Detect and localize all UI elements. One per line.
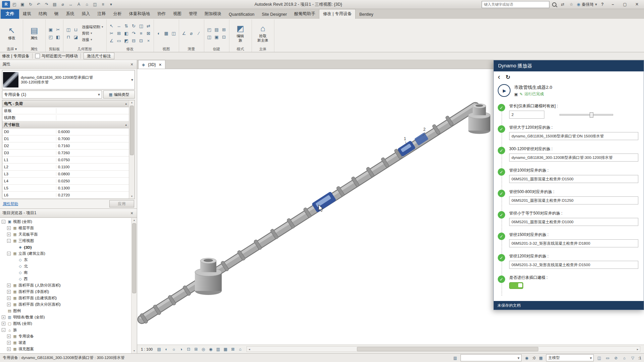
tree-item[interactable]: 图例 — [0, 308, 131, 314]
properties-scrollbar[interactable]: ▴ ▾ — [129, 100, 135, 199]
crop-view-icon[interactable]: ⊡ — [185, 346, 192, 353]
ribbon-tool-icon[interactable]: ✂ — [55, 26, 61, 33]
geometry-tool-button[interactable]: 连接端切割 — [80, 24, 105, 30]
ribbon-tool-icon[interactable]: ∠ — [108, 37, 115, 44]
ribbon-tool-icon[interactable]: ◧ — [123, 30, 130, 37]
dynamo-input-slider[interactable] — [559, 112, 613, 117]
dynamo-input-value[interactable] — [509, 239, 638, 247]
show-crop-icon[interactable]: ⊞ — [193, 346, 199, 353]
property-value[interactable]: 0.0750 — [56, 158, 129, 162]
close-icon[interactable] — [129, 62, 135, 67]
dynamo-input-value[interactable] — [509, 111, 544, 119]
tree-item[interactable]: {3D} — [0, 244, 131, 250]
design-options-icon[interactable] — [538, 356, 544, 360]
ribbon-tab[interactable]: 管理 — [185, 9, 201, 19]
edit-family-button[interactable]: ◩ 编辑 族 — [231, 23, 250, 43]
ribbon-tool-icon[interactable]: ▭ — [116, 37, 122, 44]
tree-item[interactable]: 专用设备 — [0, 333, 131, 340]
property-row[interactable]: D2 0.7160 — [2, 142, 129, 149]
property-value[interactable]: 0.2720 — [56, 193, 129, 197]
redo-icon[interactable]: ↷ — [43, 1, 50, 8]
view-scale-button[interactable]: 1 : 100 — [139, 347, 155, 351]
ribbon-tool-icon[interactable]: ↖ — [108, 22, 115, 29]
status-toggle-pins-icon[interactable] — [613, 356, 619, 360]
ribbon-tab[interactable]: 附加模块 — [201, 9, 225, 19]
view-tab[interactable]: {3D} — [138, 60, 165, 69]
save-icon[interactable]: ▣ — [19, 1, 26, 8]
ribbon-tab[interactable]: 协作 — [154, 9, 169, 19]
tree-expander-icon[interactable] — [2, 220, 5, 224]
geometry-tool-button[interactable]: 剪切 — [80, 31, 105, 36]
help-icon[interactable] — [599, 2, 606, 7]
property-value[interactable]: 0.1100 — [56, 165, 129, 169]
dynamo-input-value[interactable] — [509, 175, 638, 183]
shadows-icon[interactable]: ◑ — [178, 346, 184, 353]
properties-help-link[interactable]: 属性帮助 — [3, 201, 18, 206]
ribbon-tab[interactable]: Bentley — [356, 10, 377, 19]
properties-toggle-button[interactable]: ▤ 属性 — [25, 25, 44, 41]
ribbon-tool-icon[interactable]: ⇄ — [145, 22, 152, 29]
ribbon-tool-icon[interactable]: ⌀ — [188, 30, 195, 37]
group-label[interactable]: 选择 ▾ — [2, 46, 21, 52]
property-value[interactable]: 0.7000 — [56, 137, 129, 141]
scroll-up-icon[interactable]: ▴ — [131, 218, 137, 223]
tree-item[interactable]: 面积平面 (总建筑面积) — [0, 295, 131, 301]
worksets-select[interactable] — [461, 354, 522, 361]
property-value[interactable]: 0.6000 — [56, 130, 129, 134]
status-toggle-links-icon[interactable] — [596, 356, 602, 360]
tree-item[interactable]: 面积平面 (人防分区面积) — [0, 282, 131, 289]
tree-expander-icon[interactable] — [7, 226, 11, 230]
qat-customize-icon[interactable]: ▾ — [107, 1, 115, 8]
ribbon-tool-icon[interactable]: ⊡ — [138, 37, 145, 44]
print-icon[interactable]: ▤ — [51, 1, 58, 8]
section-icon[interactable]: ◫ — [91, 1, 99, 8]
ribbon-tab[interactable]: 文件 — [1, 9, 19, 19]
ribbon-tool-icon[interactable]: ◫ — [206, 34, 213, 40]
tree-expander-icon[interactable] — [7, 233, 11, 236]
tree-item[interactable]: 楼层平面 — [0, 225, 131, 231]
back-icon[interactable] — [498, 74, 500, 80]
exchange-icon[interactable] — [559, 2, 566, 7]
ribbon-tool-icon[interactable]: × — [145, 37, 152, 44]
ribbon-tool-icon[interactable]: ✂ — [108, 30, 115, 37]
dynamo-input-value[interactable] — [509, 154, 638, 162]
modify-tool-button[interactable]: ↖ 修改 — [2, 25, 21, 41]
worksets-icon[interactable] — [452, 356, 458, 360]
ribbon-tab[interactable]: 体量和场地 — [125, 9, 154, 19]
tree-item[interactable]: 族 — [0, 327, 131, 333]
horizontal-scrollbar[interactable]: ◂ ▸ — [247, 346, 640, 352]
browser-scrollbar[interactable]: ▴ ▾ — [131, 218, 137, 353]
dynamo-input-toggle[interactable] — [509, 282, 523, 289]
dynamo-input-value[interactable] — [509, 218, 638, 226]
tree-item[interactable]: 视图 (全部) — [0, 219, 131, 225]
ribbon-tool-icon[interactable]: ⊟ — [130, 37, 137, 44]
status-toggle-underlay-icon[interactable] — [604, 356, 610, 360]
tree-expander-icon[interactable] — [7, 335, 11, 338]
tree-expander-icon[interactable] — [7, 296, 11, 300]
undo-icon[interactable]: ↶ — [35, 1, 42, 8]
ribbon-tab[interactable]: 系统 — [62, 9, 78, 19]
property-row[interactable]: L4 0.0250 — [2, 178, 129, 185]
ribbon-tab[interactable]: 插入 — [78, 9, 94, 19]
restore-icon[interactable] — [620, 1, 630, 8]
default-3d-view-icon[interactable]: ⌂ — [83, 1, 91, 8]
tree-expander-icon[interactable] — [7, 341, 11, 345]
ribbon-tab[interactable]: 分析 — [110, 9, 125, 19]
ribbon-tool-icon[interactable]: ⊡ — [221, 34, 227, 40]
property-row[interactable]: L5 0.1300 — [2, 185, 129, 192]
tree-item[interactable]: 明细表/数量 (全部) — [0, 314, 131, 320]
ribbon-tab[interactable]: 修改 | 专用设备 — [319, 9, 356, 19]
filter-icon[interactable] — [630, 356, 636, 360]
tree-item[interactable]: 立面 (建筑立面) — [0, 250, 131, 257]
scroll-down-icon[interactable]: ▾ — [131, 349, 137, 353]
ribbon-tool-icon[interactable]: ⊓ — [65, 34, 72, 40]
tree-expander-icon[interactable] — [2, 322, 5, 325]
property-value[interactable]: 0.7160 — [56, 144, 129, 148]
minimize-icon[interactable] — [608, 1, 618, 8]
ribbon-tool-icon[interactable]: ⇅ — [123, 22, 130, 29]
tree-item[interactable]: 天花板平面 — [0, 231, 131, 238]
tree-expander-icon[interactable] — [2, 328, 5, 332]
property-row[interactable]: 电气 - 负荷 — [2, 100, 129, 107]
ribbon-tool-icon[interactable]: ◩ — [123, 37, 130, 44]
measure-icon[interactable]: ⌀ — [59, 1, 66, 8]
